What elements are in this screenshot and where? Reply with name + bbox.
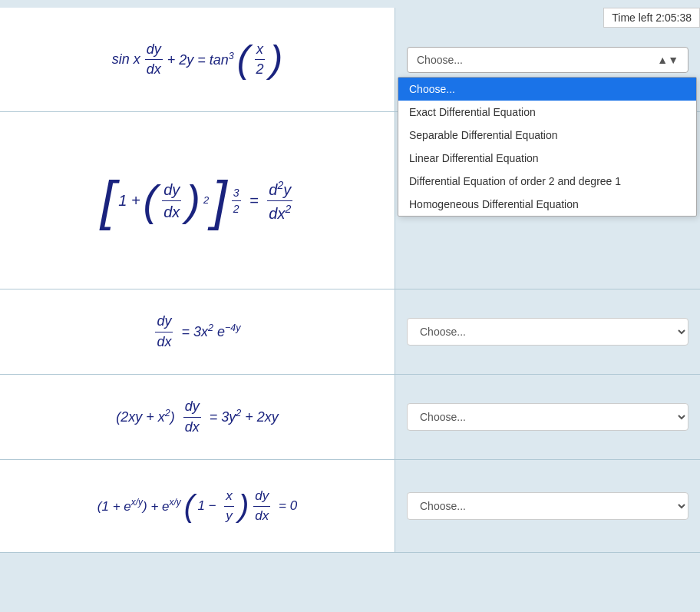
- dropdown-item-exact[interactable]: Exact Differential Equation: [398, 101, 696, 124]
- dropdown-item-choose[interactable]: Choose...: [398, 78, 696, 101]
- timer: Time left 2:05:38: [603, 8, 700, 28]
- frac-x-2: x 2: [255, 41, 266, 79]
- dropdown-item-separable[interactable]: Separable Differential Equation: [398, 124, 696, 147]
- equation-2-math: [ 1 + ( dy dx ) 2 ] 3 2 = d2y: [101, 178, 294, 223]
- select-cell-4: Choose... Exact Differential Equation Se…: [395, 395, 700, 438]
- dropdown-item-linear[interactable]: Linear Differential Equation: [398, 147, 696, 170]
- select-3[interactable]: Choose... Exact Differential Equation Se…: [407, 318, 688, 346]
- select-cell-3: Choose... Exact Differential Equation Se…: [395, 310, 700, 353]
- timer-label: Time left 2:05:38: [612, 12, 692, 24]
- equation-2: [ 1 + ( dy dx ) 2 ] 3 2 = d2y: [0, 112, 395, 289]
- dropdown-overlay-1: Choose... Exact Differential Equation Se…: [398, 77, 697, 217]
- frac-dy-dx-5: dy dx: [253, 488, 270, 524]
- equation-1-math: sin x dy dx + 2y = tan3 ( x 2 ): [112, 41, 283, 79]
- equation-4-math: (2xy + x2) dy dx = 3y2 + 2xy: [116, 398, 279, 436]
- equation-row-4: (2xy + x2) dy dx = 3y2 + 2xy Choose... E…: [0, 375, 700, 460]
- equation-5: (1 + ex/y) + ex/y ( 1 − x y ) dy dx = 0: [0, 460, 395, 552]
- dropdown-item-order2[interactable]: Differential Equation of order 2 and deg…: [398, 170, 696, 193]
- equation-row-3: dy dx = 3x2 e−4y Choose... Exact Differe…: [0, 289, 700, 375]
- frac-dy-dx-4: dy dx: [183, 398, 201, 436]
- frac-dy-dx-1: dy dx: [145, 41, 163, 79]
- equation-4: (2xy + x2) dy dx = 3y2 + 2xy: [0, 375, 395, 459]
- dropdown-item-homogeneous[interactable]: Homogeneous Differential Equation: [398, 193, 696, 216]
- equation-row-5: (1 + ex/y) + ex/y ( 1 − x y ) dy dx = 0 …: [0, 460, 700, 553]
- dropdown-trigger-1-label: Choose...: [417, 54, 463, 66]
- dropdown-trigger-1[interactable]: Choose... ▲▼: [407, 47, 688, 73]
- equation-1: sin x dy dx + 2y = tan3 ( x 2 ): [0, 8, 395, 111]
- frac-dy-dx-3: dy dx: [155, 313, 173, 351]
- frac-d2y-dx2: d2y dx2: [267, 178, 292, 223]
- equation-3: dy dx = 3x2 e−4y: [0, 289, 395, 374]
- equation-3-math: dy dx = 3x2 e−4y: [154, 313, 240, 351]
- select-5[interactable]: Choose... Exact Differential Equation Se…: [407, 492, 688, 520]
- select-cell-1: Choose... ▲▼: [395, 39, 700, 81]
- chevron-down-icon: ▲▼: [657, 54, 679, 66]
- select-cell-5: Choose... Exact Differential Equation Se…: [395, 485, 700, 528]
- select-4[interactable]: Choose... Exact Differential Equation Se…: [407, 403, 688, 431]
- equation-5-math: (1 + ex/y) + ex/y ( 1 − x y ) dy dx = 0: [97, 488, 297, 524]
- frac-dy-dx-2: dy dx: [162, 180, 181, 222]
- frac-x-y: x y: [224, 488, 234, 524]
